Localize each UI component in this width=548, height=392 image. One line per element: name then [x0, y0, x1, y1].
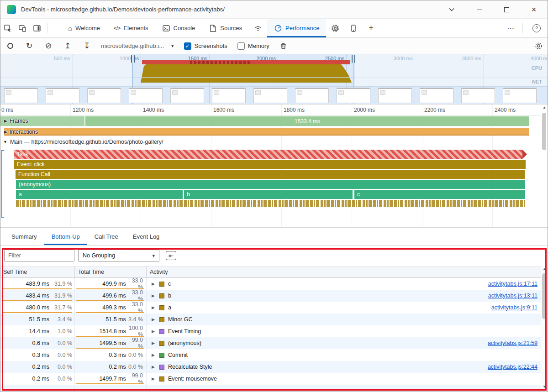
record-and-reload-button[interactable]: ↻ — [20, 41, 39, 51]
delete-recording-button[interactable] — [279, 42, 287, 50]
table-row[interactable]: 0.2 ms0.0 % 1499.7 ms99.0 % ▶ Event: mou… — [0, 373, 541, 385]
device-emulation-button[interactable] — [15, 19, 30, 37]
source-link[interactable]: activitytabs.js:22:44 — [488, 364, 537, 370]
table-row[interactable]: 51.5 ms3.4 % 51.5 ms3.4 % ▶ Minor GC — [0, 314, 541, 325]
expand-triangle-icon[interactable]: ▶ — [152, 376, 156, 381]
filmstrip-frame[interactable] — [420, 88, 453, 103]
tab-event-log[interactable]: Event Log — [126, 228, 167, 245]
expand-triangle-icon[interactable]: ▶ — [152, 341, 156, 345]
flame-bar-c[interactable]: c — [354, 190, 525, 199]
filmstrip-frame[interactable] — [170, 88, 204, 103]
source-link[interactable]: activitytabs.js:13:11 — [488, 293, 537, 299]
flame-bar-task[interactable]: Task — [14, 150, 522, 159]
interactions-bar[interactable] — [4, 128, 529, 136]
filmstrip-frame[interactable] — [253, 88, 287, 103]
help-button[interactable]: ? — [526, 19, 548, 37]
filmstrip-frame[interactable] — [337, 88, 370, 103]
table-row[interactable]: 0.6 ms0.0 % 1499.5 ms99.0 % ▶ (anonymous… — [0, 337, 541, 349]
main-track-header[interactable]: ▼ Main — https://microsoftedge.github.io… — [3, 139, 163, 145]
selection-handle-left[interactable] — [131, 55, 135, 63]
filmstrip-frame[interactable] — [129, 88, 163, 103]
flame-bar-a[interactable]: a — [16, 190, 183, 199]
table-row[interactable]: 483.4 ms31.9 % 499.6 ms33.0 % ▶ b activi… — [0, 290, 541, 302]
filmstrip-frame[interactable] — [461, 88, 495, 103]
tab-bottom-up[interactable]: Bottom-Up — [44, 228, 87, 245]
grouping-select[interactable]: No Grouping ▾ — [78, 250, 159, 261]
flame-chart[interactable]: 0 ms1200 ms1400 ms1600 ms1800 ms2000 ms2… — [0, 105, 548, 227]
expand-triangle-icon[interactable]: ▶ — [152, 282, 156, 286]
scroll-down-icon[interactable]: ▼ — [541, 385, 548, 389]
flame-bar-anonymous[interactable]: (anonymous) — [16, 180, 525, 189]
scrollbar-thumb[interactable] — [542, 273, 546, 319]
filmstrip-frame[interactable] — [503, 88, 537, 103]
heaviest-stack-button[interactable]: ⇤ — [166, 251, 176, 260]
device-toolbar-button[interactable] — [344, 19, 363, 37]
expand-triangle-icon[interactable]: ▶ — [152, 317, 156, 322]
focus-mode-button[interactable] — [30, 19, 44, 37]
timeline-overview[interactable]: 500 ms1000 ms1500 ms2000 ms2500 ms3000 m… — [0, 54, 548, 105]
tab-console[interactable]: Console — [155, 19, 202, 37]
expand-triangle-icon[interactable]: ▶ — [152, 293, 156, 298]
flame-bar-b[interactable]: b — [184, 190, 353, 199]
tab-call-tree[interactable]: Call Tree — [87, 228, 126, 245]
filter-input[interactable] — [4, 250, 74, 261]
record-button[interactable] — [0, 43, 20, 49]
filmstrip-frame[interactable] — [46, 88, 79, 103]
maximize-button[interactable] — [493, 0, 520, 19]
memory-checkbox[interactable] — [237, 42, 245, 50]
more-options-button[interactable]: ⋯ — [501, 19, 520, 37]
memory-label[interactable]: Memory — [248, 42, 269, 49]
tab-elements[interactable]: </> Elements — [107, 19, 155, 37]
flame-bar-event-click[interactable]: Event: click — [14, 160, 526, 169]
table-row[interactable]: 14.4 ms1.0 % 1514.8 ms100.0 % ▶ Event Ti… — [0, 325, 541, 337]
column-header-self-time[interactable]: Self Time — [0, 267, 75, 277]
memory-inspector-button[interactable] — [326, 19, 344, 37]
column-header-activity[interactable]: Activity — [147, 269, 541, 275]
frame-bar-long[interactable]: 1533.4 ms — [85, 116, 529, 126]
scroll-up-icon[interactable]: ▲ — [541, 105, 548, 110]
tab-welcome[interactable]: ⌂ Welcome — [61, 19, 107, 37]
table-row[interactable]: 0.2 ms0.0 % 0.2 ms0.0 % ▶ Recalculate St… — [0, 361, 541, 373]
table-row[interactable]: 483.9 ms31.9 % 499.9 ms33.0 % ▶ c activi… — [0, 278, 541, 290]
flame-chart-scrollbar[interactable]: ▲ — [541, 105, 548, 226]
page-selector[interactable]: microsoftedge.github.i... — [101, 42, 164, 49]
column-header-total-time[interactable]: Total Time — [75, 267, 147, 277]
tab-sources[interactable]: Sources — [202, 19, 249, 37]
page-selector-caret-icon[interactable]: ▾ — [171, 43, 174, 49]
screenshots-label[interactable]: Screenshots — [195, 42, 227, 49]
save-profile-button[interactable]: ↧ — [77, 41, 96, 51]
selection-handle-right[interactable] — [352, 55, 355, 63]
source-link[interactable]: activitytabs.js:9:11 — [491, 304, 537, 311]
expand-triangle-icon[interactable]: ▶ — [152, 353, 156, 357]
table-row[interactable]: ▶ — [0, 385, 541, 392]
dock-chevron-button[interactable] — [438, 0, 465, 19]
frames-track-header[interactable]: ▶ Frames — [4, 118, 28, 124]
scroll-up-icon[interactable]: ▲ — [541, 267, 548, 271]
filmstrip-frame[interactable] — [4, 88, 38, 103]
filmstrip-frame[interactable] — [295, 88, 329, 103]
grid-scrollbar[interactable]: ▲ ▼ — [541, 266, 548, 392]
interactions-track-header[interactable]: ▶ Interactions — [4, 129, 38, 135]
table-row[interactable]: 480.0 ms31.7 % 499.3 ms33.0 % ▶ a activi… — [0, 302, 541, 314]
filmstrip-frame[interactable] — [378, 88, 412, 103]
filmstrip-frame[interactable] — [212, 88, 246, 103]
minimize-button[interactable] — [465, 0, 493, 19]
flame-bar-function-call[interactable]: Function Call — [16, 170, 525, 179]
inspect-button[interactable] — [0, 19, 15, 37]
capture-settings-button[interactable] — [534, 42, 543, 50]
table-row[interactable]: 0.3 ms0.0 % 0.3 ms0.0 % ▶ Commit — [0, 349, 541, 361]
expand-triangle-icon[interactable]: ▶ — [152, 365, 156, 369]
expand-triangle-icon[interactable]: ▶ — [152, 329, 156, 334]
tab-performance[interactable]: Performance — [267, 19, 326, 37]
scrollbar-thumb[interactable] — [542, 113, 546, 150]
add-tools-button[interactable]: + — [363, 19, 379, 37]
source-link[interactable]: activitytabs.js:21:59 — [488, 340, 537, 346]
load-profile-button[interactable]: ↥ — [58, 41, 77, 51]
tab-summary[interactable]: Summary — [4, 228, 44, 245]
clear-recording-button[interactable]: ⊘ — [39, 41, 58, 51]
flame-micro-tasks[interactable] — [16, 200, 525, 207]
source-link[interactable]: activitytabs.js:17:11 — [488, 281, 537, 287]
screenshots-checkbox[interactable]: ✓ — [184, 42, 191, 50]
filmstrip-frame[interactable] — [87, 88, 121, 103]
network-conditions-button[interactable] — [249, 19, 267, 37]
